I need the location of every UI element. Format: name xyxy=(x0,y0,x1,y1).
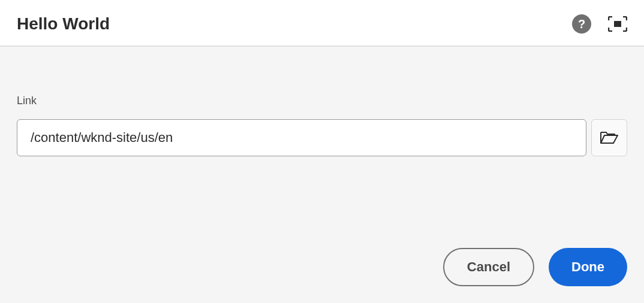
cancel-button[interactable]: Cancel xyxy=(443,248,534,286)
done-button[interactable]: Done xyxy=(549,248,627,286)
dialog-header: Hello World ? xyxy=(0,0,644,47)
fullscreen-button[interactable] xyxy=(608,14,627,34)
link-field-row xyxy=(17,119,627,156)
link-field-label: Link xyxy=(17,95,627,107)
dialog-footer: Cancel Done xyxy=(0,248,644,303)
browse-button[interactable] xyxy=(591,119,627,156)
fullscreen-icon xyxy=(608,16,627,32)
svg-rect-0 xyxy=(614,21,621,27)
folder-open-icon xyxy=(600,131,618,145)
help-button[interactable]: ? xyxy=(572,14,591,34)
dialog-title: Hello World xyxy=(17,14,110,34)
help-icon: ? xyxy=(578,17,585,31)
dialog: Hello World ? Link xyxy=(0,0,644,303)
header-actions: ? xyxy=(572,14,627,34)
dialog-body: Link xyxy=(0,47,644,248)
link-input[interactable] xyxy=(17,119,586,156)
